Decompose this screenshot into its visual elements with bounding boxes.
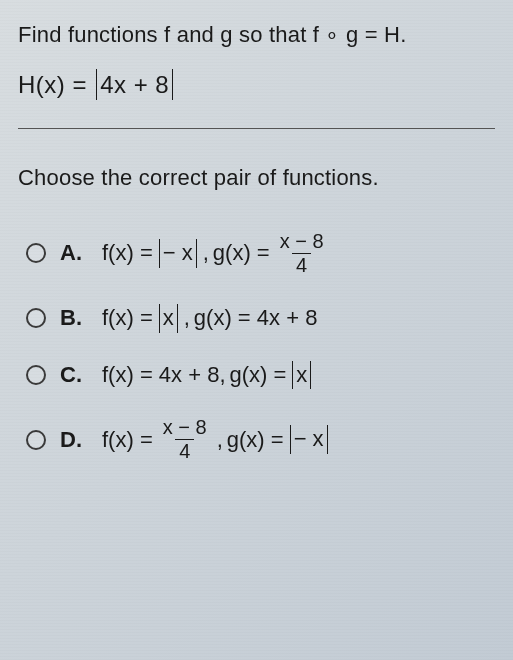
equation-abs: 4x + 8 [96,69,173,100]
f-prefix: f(x) = 4x + 8, [102,362,226,388]
option-a[interactable]: A. f(x) = − x , g(x) = x − 8 4 [26,231,495,276]
f-prefix: f(x) = [102,427,153,453]
f-prefix: f(x) = [102,240,153,266]
instruction: Choose the correct pair of functions. [18,165,495,191]
question-prompt: Find functions f and g so that f ∘ g = H… [18,20,495,51]
f-abs: − x [159,239,197,268]
frac-den: 4 [292,253,311,276]
option-b-text: f(x) = x , g(x) = 4x + 8 [102,304,317,333]
option-letter: A. [60,240,82,266]
comma: , [217,427,223,453]
option-d[interactable]: D. f(x) = x − 8 4 , g(x) = − x [26,417,495,462]
option-a-text: f(x) = − x , g(x) = x − 8 4 [102,231,330,276]
option-b[interactable]: B. f(x) = x , g(x) = 4x + 8 [26,304,495,333]
f-abs: x [159,304,178,333]
g-prefix: g(x) = [213,240,270,266]
option-letter: D. [60,427,82,453]
comma: , [203,240,209,266]
divider [18,128,495,129]
options-group: A. f(x) = − x , g(x) = x − 8 4 B. f(x) =… [18,231,495,462]
equation-lhs: H(x) = [18,71,94,98]
option-c[interactable]: C. f(x) = 4x + 8, g(x) = x [26,361,495,390]
radio-icon [26,243,46,263]
radio-icon [26,430,46,450]
radio-icon [26,308,46,328]
g-abs: x [292,361,311,390]
g-fraction: x − 8 4 [276,231,328,276]
g-prefix: g(x) = [227,427,284,453]
option-letter: C. [60,362,82,388]
f-fraction: x − 8 4 [159,417,211,462]
g-prefix: g(x) = 4x + 8 [194,305,318,331]
g-abs: − x [290,425,328,454]
g-prefix: g(x) = [230,362,287,388]
f-prefix: f(x) = [102,305,153,331]
frac-num: x − 8 [276,231,328,253]
radio-icon [26,365,46,385]
comma: , [184,305,190,331]
option-c-text: f(x) = 4x + 8, g(x) = x [102,361,313,390]
option-d-text: f(x) = x − 8 4 , g(x) = − x [102,417,330,462]
option-letter: B. [60,305,82,331]
question-equation: H(x) = 4x + 8 [18,69,495,100]
frac-den: 4 [175,439,194,462]
frac-num: x − 8 [159,417,211,439]
